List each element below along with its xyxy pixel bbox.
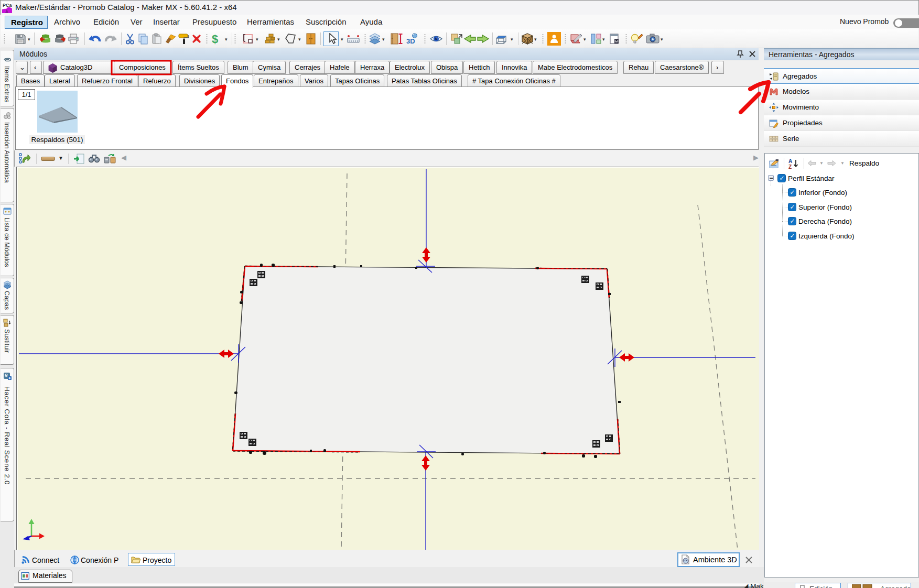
svg-text:$: $ — [212, 33, 218, 45]
svg-text:A: A — [788, 158, 792, 164]
svg-text:PCa: PCa — [3, 3, 12, 8]
svg-text:3D: 3D — [406, 37, 415, 45]
svg-text:Z: Z — [788, 164, 792, 169]
